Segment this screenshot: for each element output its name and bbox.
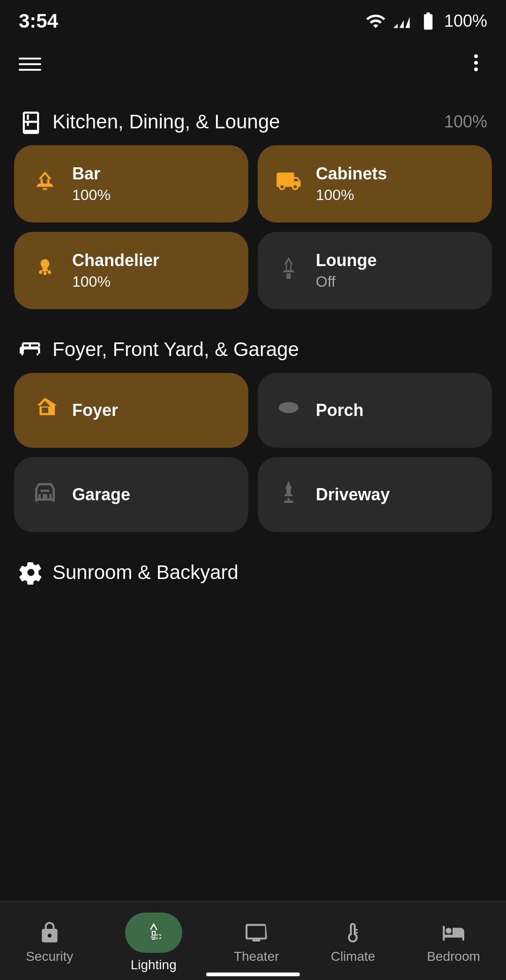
section-kitchen: Kitchen, Dining, & Lounge 100% <box>0 100 506 145</box>
battery-icon <box>418 11 439 31</box>
porch-light-icon <box>275 394 303 426</box>
svg-point-4 <box>474 61 478 65</box>
svg-point-5 <box>474 67 478 71</box>
bar-light-status: 100% <box>72 186 111 204</box>
garage-light-card[interactable]: Garage <box>14 457 248 532</box>
svg-rect-12 <box>286 273 290 279</box>
tv-icon <box>245 921 268 944</box>
section-foyer: Foyer, Front Yard, & Garage <box>0 328 506 373</box>
driveway-light-card[interactable]: Driveway <box>258 457 492 532</box>
thermometer-icon <box>341 921 365 944</box>
section-sunroom-title: Sunroom & Backyard <box>52 561 238 584</box>
chandelier-light-name: Chandelier <box>72 251 159 270</box>
battery-percent: 100% <box>444 11 487 31</box>
garage-light-name: Garage <box>72 485 130 505</box>
lounge-light-name: Lounge <box>316 251 377 270</box>
status-bar: 3:54 100% <box>0 0 506 37</box>
nav-bedroom[interactable]: Bedroom <box>417 921 490 964</box>
signal-icon <box>392 11 412 31</box>
garage-light-icon <box>31 479 59 511</box>
nav-bedroom-label: Bedroom <box>427 949 480 964</box>
cabinets-light-card[interactable]: Cabinets 100% <box>258 145 492 223</box>
kitchen-lights-grid: Bar 100% Cabinets 100% <box>0 145 506 319</box>
porch-light-card[interactable]: Porch <box>258 373 492 448</box>
cabinets-light-status: 100% <box>316 186 387 204</box>
wifi-icon <box>365 11 386 31</box>
nav-security-label: Security <box>26 949 73 964</box>
app-bar <box>0 37 506 91</box>
driveway-light-icon <box>275 479 303 511</box>
status-icons: 100% <box>365 11 487 31</box>
lamp-icon <box>142 920 165 943</box>
bottom-navigation: Security Lighting Theater Climate <box>0 901 506 980</box>
lounge-light-card[interactable]: Lounge Off <box>258 232 492 309</box>
nav-security[interactable]: Security <box>16 921 82 964</box>
section-kitchen-percent: 100% <box>444 112 487 132</box>
lounge-light-status: Off <box>316 273 377 290</box>
cabinets-light-icon <box>275 168 303 200</box>
driveway-light-name: Driveway <box>316 485 390 505</box>
fridge-icon <box>19 110 43 134</box>
sun-settings-icon <box>19 560 43 585</box>
bar-light-icon <box>31 168 59 200</box>
more-options-button[interactable] <box>465 52 487 77</box>
nav-lighting[interactable]: Lighting <box>116 913 192 973</box>
chandelier-light-icon <box>31 255 59 287</box>
nav-indicator <box>206 973 300 976</box>
bar-light-name: Bar <box>72 164 111 184</box>
hamburger-button[interactable] <box>19 58 41 71</box>
svg-point-3 <box>474 54 478 58</box>
foyer-light-icon <box>31 394 59 426</box>
bed-icon <box>442 921 465 944</box>
lock-icon <box>38 921 61 944</box>
nav-theater-label: Theater <box>234 949 279 964</box>
section-sunroom: Sunroom & Backyard <box>0 551 506 596</box>
porch-light-name: Porch <box>316 401 364 420</box>
svg-marker-0 <box>394 24 398 28</box>
section-foyer-title: Foyer, Front Yard, & Garage <box>52 338 299 361</box>
nav-climate-label: Climate <box>331 949 375 964</box>
chandelier-light-card[interactable]: Chandelier 100% <box>14 232 248 309</box>
chandelier-light-status: 100% <box>72 273 159 290</box>
lounge-light-icon <box>275 255 303 287</box>
section-kitchen-title: Kitchen, Dining, & Lounge <box>52 111 280 133</box>
content-area: Kitchen, Dining, & Lounge 100% Bar 100% <box>0 100 506 680</box>
foyer-light-name: Foyer <box>72 401 118 420</box>
cabinets-light-name: Cabinets <box>316 164 387 184</box>
foyer-lights-grid: Foyer Porch Garage <box>0 373 506 542</box>
sofa-icon <box>19 337 43 362</box>
nav-climate[interactable]: Climate <box>321 921 385 964</box>
nav-theater[interactable]: Theater <box>224 921 289 964</box>
bar-light-card[interactable]: Bar 100% <box>14 145 248 223</box>
status-time: 3:54 <box>19 10 58 32</box>
nav-lighting-label: Lighting <box>131 958 177 973</box>
foyer-light-card[interactable]: Foyer <box>14 373 248 448</box>
